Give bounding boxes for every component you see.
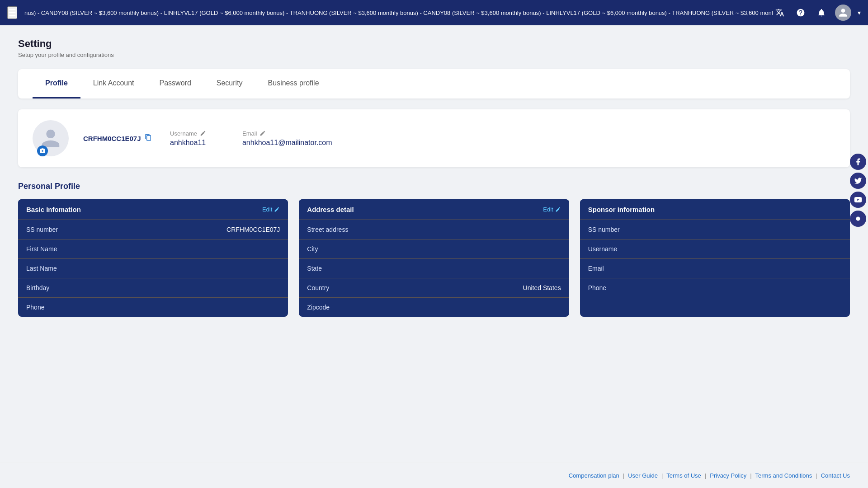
social-sidebar <box>850 154 868 227</box>
user-id-text: CRFHM0CC1E07J <box>83 135 141 142</box>
footer-contact-us[interactable]: Contact Us <box>821 472 850 479</box>
help-icon[interactable] <box>793 5 808 20</box>
tab-profile[interactable]: Profile <box>33 69 80 99</box>
address-detail-card: Address detail Edit Street address City … <box>299 199 569 317</box>
topbar: ☰ nus) - CANDY08 (SILVER ~ $3,600 monthl… <box>0 0 868 25</box>
tab-security[interactable]: Security <box>204 69 255 99</box>
tab-link-account[interactable]: Link Account <box>80 69 147 99</box>
basic-info-card: Basic Infomation Edit SS number CRFHM0CC… <box>18 199 288 317</box>
translate-icon[interactable] <box>773 5 787 20</box>
table-row: State <box>299 259 569 278</box>
table-row: Username <box>580 239 850 259</box>
profile-info-fields: Username anhkhoa11 Email anhkhoa11@maili… <box>170 130 835 147</box>
table-row: Zipcode <box>299 298 569 317</box>
table-row: Street address <box>299 220 569 239</box>
email-label: Email <box>242 130 332 137</box>
ticker-text: nus) - CANDY08 (SILVER ~ $3,600 monthly … <box>24 9 773 16</box>
table-row: First Name <box>18 239 288 259</box>
user-avatar[interactable] <box>835 5 851 21</box>
footer-user-guide[interactable]: User Guide <box>628 472 658 479</box>
menu-icon[interactable]: ☰ <box>7 6 17 19</box>
tabs-list: Profile Link Account Password Security B… <box>33 69 332 99</box>
username-label: Username <box>170 130 206 137</box>
sponsor-info-header: Sponsor information <box>580 199 850 220</box>
basic-info-title: Basic Infomation <box>26 206 81 213</box>
table-row: City <box>299 239 569 259</box>
table-row: Phone <box>580 278 850 297</box>
user-id-section: CRFHM0CC1E07J <box>83 134 156 143</box>
tiktok-button[interactable] <box>850 211 866 227</box>
address-detail-header: Address detail Edit <box>299 199 569 220</box>
info-cards-row: Basic Infomation Edit SS number CRFHM0CC… <box>18 199 850 317</box>
page-subtitle: Setup your profile and configurations <box>18 52 850 58</box>
address-edit[interactable]: Edit <box>543 206 561 213</box>
footer-compensation-plan[interactable]: Compensation plan <box>569 472 619 479</box>
table-row: Country United States <box>299 278 569 298</box>
email-value: anhkhoa11@mailinator.com <box>242 139 332 147</box>
topbar-icons: ▾ <box>773 5 861 21</box>
ticker-container: nus) - CANDY08 (SILVER ~ $3,600 monthly … <box>24 9 773 16</box>
table-row: Last Name <box>18 259 288 278</box>
topbar-chevron[interactable]: ▾ <box>858 9 861 16</box>
table-row: Email <box>580 259 850 278</box>
basic-info-edit[interactable]: Edit <box>262 206 280 213</box>
username-field: Username anhkhoa11 <box>170 130 206 147</box>
edit-email-icon[interactable] <box>259 130 266 136</box>
profile-card: CRFHM0CC1E07J Username anhkhoa11 Email a… <box>18 109 850 167</box>
personal-profile-title: Personal Profile <box>18 182 850 191</box>
email-field: Email anhkhoa11@mailinator.com <box>242 130 332 147</box>
svg-point-0 <box>856 217 860 221</box>
tab-business-profile[interactable]: Business profile <box>255 69 332 99</box>
facebook-button[interactable] <box>850 154 866 170</box>
sponsor-info-title: Sponsor information <box>588 206 655 213</box>
twitter-button[interactable] <box>850 173 866 189</box>
youtube-button[interactable] <box>850 192 866 208</box>
tabs-card: Profile Link Account Password Security B… <box>18 69 850 99</box>
basic-info-header: Basic Infomation Edit <box>18 199 288 220</box>
address-detail-title: Address detail <box>307 206 354 213</box>
footer-privacy-policy[interactable]: Privacy Policy <box>710 472 746 479</box>
footer-terms-and-conditions[interactable]: Terms and Conditions <box>755 472 812 479</box>
table-row: Phone <box>18 298 288 317</box>
tab-password[interactable]: Password <box>147 69 204 99</box>
footer-terms-of-use[interactable]: Terms of Use <box>666 472 701 479</box>
content-area: Setting Setup your profile and configura… <box>0 25 868 463</box>
copy-icon[interactable] <box>145 134 152 143</box>
notification-icon[interactable] <box>814 5 829 20</box>
edit-username-icon[interactable] <box>200 130 206 136</box>
avatar-container <box>33 120 69 156</box>
camera-icon[interactable] <box>37 145 48 156</box>
table-row: SS number CRFHM0CC1E07J <box>18 220 288 239</box>
table-row: SS number <box>580 220 850 239</box>
page-title: Setting <box>18 38 850 50</box>
username-value: anhkhoa11 <box>170 139 206 147</box>
footer: Compensation plan | User Guide | Terms o… <box>0 463 868 488</box>
sponsor-info-card: Sponsor information SS number Username E… <box>580 199 850 317</box>
table-row: Birthday <box>18 278 288 298</box>
